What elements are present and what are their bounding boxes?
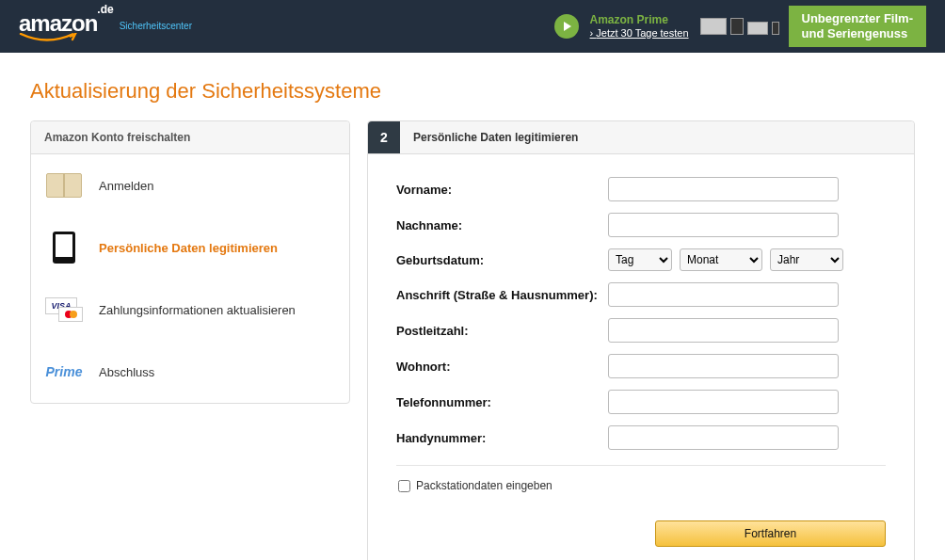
label-nachname: Nachname: [396, 218, 608, 232]
label-handy: Handynummer: [396, 431, 608, 445]
step-number: 2 [368, 121, 400, 153]
sidebar-header: Amazon Konto freischalten [31, 121, 349, 154]
label-geburtsdatum: Geburtsdatum: [396, 253, 608, 267]
label-telefon: Telefonnummer: [396, 395, 608, 409]
select-year[interactable]: Jahr [770, 248, 843, 271]
page-title: Aktualisierung der Sicherheitssysteme [30, 79, 915, 104]
devices-icon [700, 18, 779, 35]
package-icon [44, 168, 84, 203]
banner-line2: und Seriengenuss [802, 26, 913, 41]
sidebar-item-login[interactable]: Anmelden [31, 154, 349, 216]
label-packstation: Packstationdaten eingeben [416, 479, 553, 492]
sidebar: Amazon Konto freischalten Anmelden Persö… [30, 120, 350, 404]
input-vorname[interactable] [608, 177, 839, 201]
step-header: 2 Persönliche Daten legitimieren [368, 121, 914, 154]
sidebar-item-label: Persönliche Daten legitimieren [99, 241, 278, 255]
label-plz: Postleitzahl: [396, 324, 608, 338]
sidebar-item-label: Zahlungsinformationen aktualisieren [99, 303, 296, 317]
logo-tld: .de [97, 3, 113, 16]
sidebar-item-finish[interactable]: Prime Abschluss [31, 341, 349, 403]
logo-subbrand: Sicherheitscenter [120, 21, 192, 31]
checkbox-packstation[interactable] [398, 480, 410, 492]
divider [396, 465, 886, 466]
sidebar-item-personal[interactable]: Persönliche Daten legitimieren [31, 216, 349, 279]
input-wohnort[interactable] [608, 354, 839, 378]
prime-promo[interactable]: Amazon Prime Jetzt 30 Tage testen [554, 13, 779, 40]
sidebar-item-label: Abschluss [99, 365, 154, 379]
payment-cards-icon: VISA [44, 292, 84, 328]
input-plz[interactable] [608, 318, 839, 343]
main-panel: 2 Persönliche Daten legitimieren Vorname… [367, 120, 915, 560]
prime-banner[interactable]: Unbegrenzter Film- und Seriengenuss [789, 6, 926, 46]
input-handy[interactable] [608, 425, 839, 450]
label-wohnort: Wohnort: [396, 360, 608, 374]
input-nachname[interactable] [608, 213, 839, 237]
step-title: Persönliche Daten legitimieren [400, 121, 591, 153]
label-anschrift: Anschrift (Straße & Hausnummer): [396, 288, 608, 302]
prime-text: Amazon Prime Jetzt 30 Tage testen [590, 13, 689, 40]
site-header: amazon .de Sicherheitscenter Amazon Prim… [0, 0, 945, 53]
prime-icon: Prime [44, 354, 84, 390]
select-month[interactable]: Monat [680, 248, 762, 271]
input-anschrift[interactable] [608, 282, 839, 307]
continue-button[interactable]: Fortfahren [655, 520, 886, 547]
select-day[interactable]: Tag [608, 248, 672, 271]
play-icon [554, 14, 579, 39]
input-telefon[interactable] [608, 390, 839, 414]
sidebar-item-label: Anmelden [99, 179, 154, 193]
sidebar-item-payment[interactable]: VISA Zahlungsinformationen aktualisieren [31, 279, 349, 341]
packstation-row[interactable]: Packstationdaten eingeben [398, 479, 886, 492]
logo[interactable]: amazon .de Sicherheitscenter [19, 10, 192, 42]
prime-title: Amazon Prime [590, 13, 689, 26]
banner-line1: Unbegrenzter Film- [802, 11, 913, 26]
prime-sub: Jetzt 30 Tage testen [590, 27, 689, 40]
kindle-icon [44, 230, 84, 265]
label-vorname: Vorname: [396, 183, 608, 197]
smile-icon [19, 33, 85, 42]
